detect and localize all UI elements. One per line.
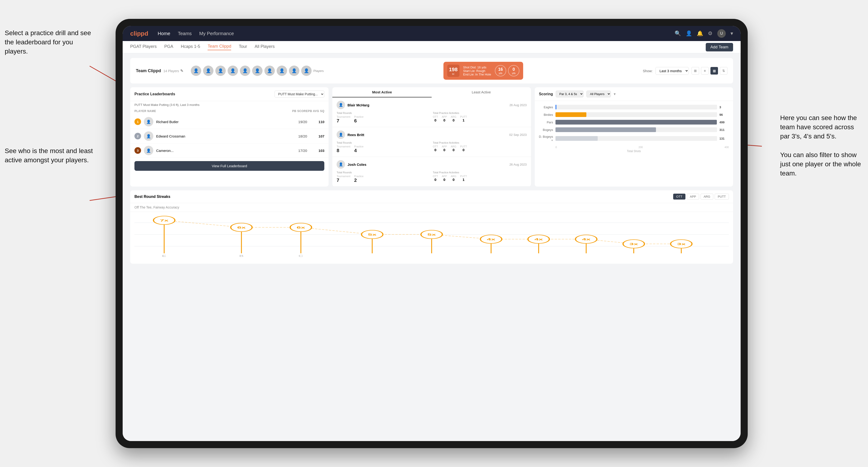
svg-text:6x: 6x: [237, 226, 246, 229]
streaks-card: Best Round Streaks OTT APP ARG PUTT Off …: [130, 190, 733, 264]
player-avatar-6[interactable]: 👤: [252, 66, 262, 76]
sub-nav-all-players[interactable]: All Players: [255, 44, 275, 50]
edit-icon[interactable]: ✎: [180, 69, 183, 73]
chart-row-bogeys: Bogeys 311: [539, 127, 729, 132]
bell-icon[interactable]: 🔔: [697, 30, 703, 36]
svg-text:6x: 6x: [297, 226, 305, 229]
chart-fill-birdies: [555, 112, 587, 117]
chevron-icon: ▾: [614, 92, 616, 96]
par-filter-select[interactable]: Par 3, 4 & 5s Par 3s Par 4s Par 5s: [556, 91, 584, 97]
chart-track-pars: [555, 120, 717, 125]
activity-player-2: 👤 Rees Britt 02 Sep 2023 Total Rounds To…: [332, 127, 531, 157]
app-button[interactable]: APP: [687, 194, 699, 199]
svg-text:C: C: [299, 254, 303, 257]
player-avatar-7[interactable]: 👤: [265, 66, 275, 76]
sub-nav-team-clippd[interactable]: Team Clippd: [208, 44, 231, 50]
svg-text:5x: 5x: [368, 233, 377, 236]
player-avatar-3[interactable]: 👤: [215, 66, 226, 76]
drill-select[interactable]: PUTT Must Make Putting...: [275, 91, 324, 98]
chevron-down-icon[interactable]: ▾: [731, 30, 733, 36]
rank-badge-2: 2: [134, 133, 141, 139]
player-avatar-8[interactable]: 👤: [277, 66, 287, 76]
team-player-count: 14 Players: [163, 69, 179, 73]
activity-player-1-header: 👤 Blair McHarg 26 Aug 2023: [337, 101, 526, 109]
nav-teams[interactable]: Teams: [178, 31, 192, 36]
leaderboard-table-header: PLAYER NAME PB SCORE PB AVG SQ: [130, 107, 329, 115]
add-team-button[interactable]: Add Team: [706, 43, 733, 52]
player-avatar-lb-2: 👤: [144, 131, 153, 141]
user-avatar[interactable]: U: [717, 29, 726, 38]
total-rounds-group-1: Total Rounds Tournament 7 Practice 6: [337, 112, 431, 124]
chart-track-bogeys: [555, 127, 717, 132]
arg-button[interactable]: ARG: [701, 194, 713, 199]
card-view-icon[interactable]: ▦: [710, 67, 718, 74]
sub-nav-pgat[interactable]: PGAT Players: [130, 44, 157, 50]
three-column-grid: Practice Leaderboards PUTT Must Make Put…: [130, 87, 733, 187]
player-avatar-4[interactable]: 👤: [228, 66, 238, 76]
sub-nav-tour[interactable]: Tour: [239, 44, 247, 50]
team-info: Team Clippd 14 Players ✎: [136, 68, 183, 73]
shot-number: 198 sc: [447, 65, 460, 77]
show-period-select[interactable]: Last 3 months Last 6 months This year: [655, 67, 689, 75]
players-label: Players: [313, 69, 323, 73]
svg-text:4x: 4x: [487, 238, 496, 241]
chart-x-axis: 0 200 400: [539, 145, 729, 149]
filter-icon[interactable]: ⇅: [720, 67, 727, 74]
player-avg-1: 110: [312, 120, 324, 124]
nav-links: Home Teams My Performance: [158, 31, 675, 36]
svg-text:B: B: [239, 254, 243, 257]
settings-icon[interactable]: ⚙: [708, 30, 713, 36]
svg-text:4x: 4x: [534, 238, 543, 241]
chart-x-label: Total Shots: [539, 150, 729, 153]
player-filter-select[interactable]: All Players: [586, 91, 611, 97]
tab-least-active[interactable]: Least Active: [432, 87, 531, 97]
rank-badge-1: 1: [134, 118, 141, 125]
search-icon[interactable]: 🔍: [675, 30, 681, 36]
activity-card: Most Active Least Active 👤 Blair McHarg …: [332, 87, 531, 187]
activity-name-2: Rees Britt: [347, 133, 507, 137]
activity-player-3-header: 👤 Josh Coles 26 Aug 2023: [337, 160, 526, 168]
grid-view-icon[interactable]: ⊞: [691, 67, 699, 74]
svg-text:E: E: [162, 254, 166, 257]
player-avatar-5[interactable]: 👤: [240, 66, 250, 76]
leaderboard-card-header: Practice Leaderboards PUTT Must Make Put…: [130, 87, 329, 101]
streaks-subtitle: Off The Tee, Fairway Accuracy: [130, 203, 733, 212]
chart-track-birdies: [555, 112, 717, 117]
list-view-icon[interactable]: ≡: [701, 67, 709, 74]
sub-nav-pga[interactable]: PGA: [164, 44, 173, 50]
svg-text:7x: 7x: [160, 219, 168, 222]
activity-avatar-1: 👤: [337, 101, 345, 109]
svg-text:3x: 3x: [629, 242, 638, 246]
rank-badge-3: 3: [134, 147, 141, 154]
nav-my-performance[interactable]: My Performance: [199, 31, 234, 36]
view-leaderboard-button[interactable]: View Full Leaderboard: [134, 161, 324, 171]
nav-home[interactable]: Home: [158, 31, 170, 36]
ott-button[interactable]: OTT: [673, 194, 685, 199]
player-score-3: 17/20: [296, 149, 310, 153]
shot-circle-1: 16 yds: [495, 65, 506, 76]
practice-leaderboard-card: Practice Leaderboards PUTT Must Make Put…: [130, 87, 329, 187]
svg-text:4x: 4x: [582, 238, 591, 241]
putt-button[interactable]: PUTT: [715, 194, 729, 199]
shot-details: Shot Dist: 16 yds Start Lie: Rough End L…: [463, 66, 491, 76]
team-header: Team Clippd 14 Players ✎ 👤 👤 👤 👤 👤 👤 👤 👤…: [130, 58, 733, 84]
tab-most-active[interactable]: Most Active: [332, 87, 432, 97]
player-avatar-2[interactable]: 👤: [203, 66, 214, 76]
chart-track-dbogeys: [555, 136, 717, 141]
player-avatar-1[interactable]: 👤: [191, 66, 201, 76]
chart-fill-eagles: [555, 105, 556, 110]
chart-track-eagles: [555, 105, 717, 110]
streaks-filter-buttons: OTT APP ARG PUTT: [673, 194, 729, 199]
player-avatar-10[interactable]: 👤: [301, 66, 312, 76]
person-icon[interactable]: 👤: [686, 30, 692, 36]
streaks-title: Best Round Streaks: [134, 195, 170, 199]
player-avatar-9[interactable]: 👤: [289, 66, 299, 76]
activity-tabs: Most Active Least Active: [332, 87, 531, 97]
activity-date-3: 26 Aug 2023: [509, 163, 527, 166]
tablet-frame: clippd Home Teams My Performance 🔍 👤 🔔 ⚙…: [116, 19, 748, 448]
navbar: clippd Home Teams My Performance 🔍 👤 🔔 ⚙…: [123, 26, 741, 41]
annotation-top-left: Select a practice drill and seethe leade…: [5, 28, 94, 56]
leaderboard-subtitle: PUTT Must Make Putting (3-6 ft), Last 3 …: [130, 101, 329, 107]
sub-nav-hcaps[interactable]: Hcaps 1-5: [181, 44, 200, 50]
activity-stats-2: Total Rounds Tournament 8 Practice 4: [337, 141, 526, 153]
